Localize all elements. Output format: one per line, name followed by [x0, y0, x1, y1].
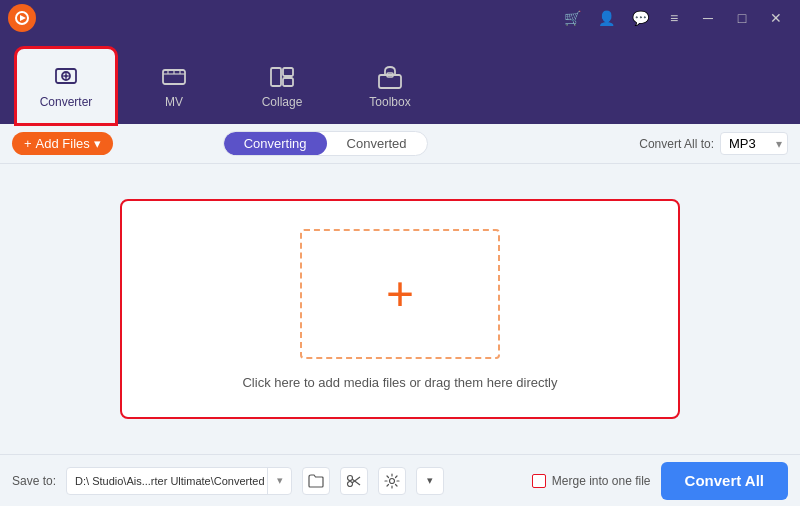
user-icon[interactable]: 👤 [590, 2, 622, 34]
svg-point-21 [390, 478, 395, 483]
format-select-wrap: MP3 MP4 AAC WAV FLAC [720, 132, 788, 155]
app-logo [8, 4, 36, 32]
tab-toolbox[interactable]: Toolbox [340, 48, 440, 124]
collage-tab-label: Collage [262, 95, 303, 109]
cart-icon[interactable]: 🛒 [556, 2, 588, 34]
format-select[interactable]: MP3 MP4 AAC WAV FLAC [720, 132, 788, 155]
save-to-label: Save to: [12, 474, 56, 488]
toolbox-icon [376, 63, 404, 91]
add-files-button[interactable]: + Add Files ▾ [12, 132, 113, 155]
settings-button[interactable] [378, 467, 406, 495]
convert-all-button[interactable]: Convert All [661, 462, 788, 500]
chat-icon[interactable]: 💬 [624, 2, 656, 34]
converter-tab-label: Converter [40, 95, 93, 109]
convert-all-to-label: Convert All to: [639, 137, 714, 151]
add-files-label: Add Files [36, 136, 90, 151]
converter-icon [52, 63, 80, 91]
toolbar: + Add Files ▾ Converting Converted Conve… [0, 124, 800, 164]
tab-collage[interactable]: Collage [232, 48, 332, 124]
add-files-plus-icon: + [24, 136, 32, 151]
svg-rect-13 [283, 68, 293, 76]
svg-point-17 [348, 481, 353, 486]
tab-converter[interactable]: Converter [16, 48, 116, 124]
scissors-button[interactable] [340, 467, 368, 495]
mv-icon [160, 63, 188, 91]
folder-icon [308, 473, 324, 489]
main-content: + Click here to add media files or drag … [0, 164, 800, 454]
svg-marker-1 [20, 15, 26, 21]
toolbox-tab-label: Toolbox [369, 95, 410, 109]
window-controls: 🛒 👤 💬 ≡ ─ □ ✕ [556, 2, 792, 34]
save-path-dropdown[interactable]: ▾ [267, 467, 291, 495]
status-tab-group: Converting Converted [223, 131, 428, 156]
drop-zone-inner: + [300, 229, 500, 359]
scissors-icon [346, 473, 362, 489]
drop-zone[interactable]: + Click here to add media files or drag … [120, 199, 680, 419]
converted-tab-button[interactable]: Converted [327, 132, 427, 155]
svg-rect-12 [271, 68, 281, 86]
menu-icon[interactable]: ≡ [658, 2, 690, 34]
gear-icon [384, 473, 400, 489]
save-path-wrap: D:\ Studio\Ais...rter Ultimate\Converted… [66, 467, 292, 495]
title-bar: 🛒 👤 💬 ≡ ─ □ ✕ [0, 0, 800, 36]
merge-label[interactable]: Merge into one file [532, 474, 651, 488]
maximize-button[interactable]: □ [726, 2, 758, 34]
mv-tab-label: MV [165, 95, 183, 109]
browse-folder-button[interactable] [302, 467, 330, 495]
add-files-dropdown-icon: ▾ [94, 136, 101, 151]
merge-checkbox[interactable] [532, 474, 546, 488]
converting-tab-button[interactable]: Converting [224, 132, 327, 155]
collage-icon [268, 63, 296, 91]
tab-mv[interactable]: MV [124, 48, 224, 124]
close-button[interactable]: ✕ [760, 2, 792, 34]
minimize-button[interactable]: ─ [692, 2, 724, 34]
convert-all-to-group: Convert All to: MP3 MP4 AAC WAV FLAC [639, 132, 788, 155]
svg-point-6 [65, 75, 68, 78]
logo-icon [14, 10, 30, 26]
nav-bar: Converter MV Collage Toolbox [0, 36, 800, 124]
drop-hint-text: Click here to add media files or drag th… [242, 375, 557, 390]
save-path-text: D:\ Studio\Ais...rter Ultimate\Converted [67, 475, 267, 487]
svg-rect-14 [283, 78, 293, 86]
footer: Save to: D:\ Studio\Ais...rter Ultimate\… [0, 454, 800, 506]
more-settings-dropdown[interactable]: ▾ [416, 467, 444, 495]
svg-point-18 [348, 475, 353, 480]
add-media-plus-icon: + [386, 270, 414, 318]
merge-text: Merge into one file [552, 474, 651, 488]
